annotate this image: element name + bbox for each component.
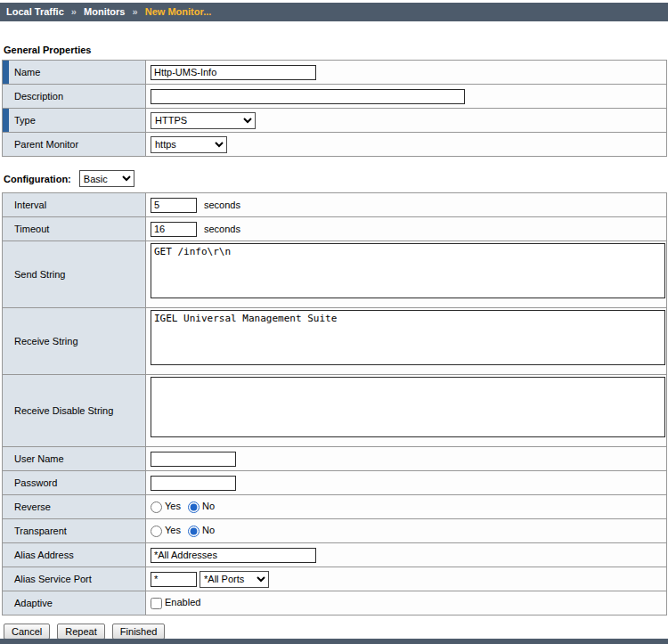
table-row: User Name (3, 447, 667, 471)
send-string-label-cell: Send String (3, 241, 146, 308)
table-row: Description (3, 85, 667, 109)
receive-string-textarea[interactable]: IGEL Universal Management Suite (151, 310, 665, 365)
send-string-label: Send String (14, 269, 65, 280)
parent-monitor-value-cell: https (146, 133, 667, 157)
timeout-unit-label: seconds (204, 224, 240, 234)
timeout-label: Timeout (14, 224, 49, 234)
alias-service-port-select[interactable]: *All Ports (200, 571, 269, 588)
adaptive-label-cell: Adaptive (3, 591, 146, 615)
breadcrumb-separator: » (133, 6, 138, 17)
breadcrumb-item-local-traffic[interactable]: Local Traffic (6, 6, 64, 17)
table-row: Alias Service Port *All Ports (3, 567, 667, 591)
main-content: General Properties Name Description Type (0, 45, 668, 640)
receive-disable-string-value-cell (146, 375, 667, 447)
table-row: Alias Address (3, 543, 667, 567)
timeout-label-cell: Timeout (3, 217, 146, 241)
transparent-label-cell: Transparent (3, 519, 146, 543)
transparent-no-label: No (202, 525, 215, 535)
cancel-button[interactable]: Cancel (4, 624, 50, 640)
alias-service-port-label-cell: Alias Service Port (3, 567, 146, 591)
finished-button[interactable]: Finished (112, 624, 166, 640)
reverse-no-label: No (202, 501, 215, 511)
table-row: Receive String IGEL Universal Management… (3, 308, 667, 375)
action-buttons: Cancel Repeat Finished (4, 624, 668, 640)
transparent-no-radio[interactable] (188, 526, 200, 537)
alias-address-value-cell (146, 543, 667, 567)
reverse-no-radio[interactable] (188, 501, 200, 513)
transparent-yes-option[interactable]: Yes (151, 525, 181, 535)
configuration-select[interactable]: Basic (79, 170, 134, 187)
adaptive-value-cell: Enabled (146, 591, 667, 615)
reverse-label: Reverse (14, 501, 51, 512)
name-label-cell: Name (3, 61, 146, 85)
send-string-value-cell: GET /info\r\n (146, 241, 667, 308)
table-row: Interval seconds (3, 193, 667, 217)
user-name-input[interactable] (151, 452, 236, 467)
breadcrumb: Local Traffic » Monitors » New Monitor..… (0, 3, 668, 21)
adaptive-label: Adaptive (14, 598, 53, 608)
reverse-yes-label: Yes (165, 501, 181, 511)
table-row: Adaptive Enabled (3, 591, 667, 615)
alias-service-port-label: Alias Service Port (14, 574, 92, 584)
parent-monitor-select[interactable]: https (151, 136, 227, 153)
alias-address-label-cell: Alias Address (3, 543, 146, 567)
alias-service-port-value-cell: *All Ports (146, 567, 667, 591)
timeout-input[interactable] (151, 222, 197, 237)
table-row: Receive Disable String (3, 375, 667, 447)
type-select[interactable]: HTTPS (151, 112, 256, 129)
configuration-label: Configuration: (4, 174, 71, 184)
timeout-value-cell: seconds (146, 217, 667, 241)
section-title-general-properties: General Properties (4, 45, 668, 55)
table-row: Name (3, 61, 667, 85)
interval-label: Interval (14, 200, 46, 210)
type-label-cell: Type (3, 109, 146, 133)
general-properties-table: Name Description Type HTTPS (2, 60, 667, 157)
repeat-button[interactable]: Repeat (57, 624, 104, 640)
alias-address-input[interactable] (151, 548, 316, 563)
type-value-cell: HTTPS (146, 109, 667, 133)
parent-monitor-label: Parent Monitor (14, 139, 78, 150)
reverse-yes-radio[interactable] (151, 501, 162, 513)
description-value-cell (146, 85, 667, 109)
alias-address-label: Alias Address (14, 550, 74, 560)
name-value-cell (146, 61, 667, 85)
adaptive-checkbox[interactable] (151, 598, 162, 609)
password-label-cell: Password (3, 471, 146, 495)
configuration-table: Interval seconds Timeout seconds Send St… (2, 192, 667, 615)
send-string-textarea[interactable]: GET /info\r\n (151, 243, 665, 298)
breadcrumb-item-monitors[interactable]: Monitors (84, 6, 125, 17)
name-label: Name (14, 67, 40, 77)
user-name-label-cell: User Name (3, 447, 146, 471)
interval-input[interactable] (151, 198, 197, 213)
password-input[interactable] (151, 476, 236, 491)
table-row: Reverse YesNo (3, 495, 667, 519)
receive-disable-string-textarea[interactable] (151, 377, 665, 437)
interval-unit-label: seconds (204, 200, 240, 210)
table-row: Send String GET /info\r\n (3, 241, 667, 308)
table-row: Timeout seconds (3, 217, 667, 241)
alias-service-port-input[interactable] (151, 572, 197, 587)
receive-string-label: Receive String (14, 336, 78, 346)
adaptive-enabled-option[interactable]: Enabled (151, 597, 200, 607)
receive-string-value-cell: IGEL Universal Management Suite (146, 308, 667, 375)
reverse-no-option[interactable]: No (188, 501, 215, 511)
transparent-value-cell: YesNo (146, 519, 667, 543)
transparent-yes-radio[interactable] (151, 526, 162, 537)
password-value-cell (146, 471, 667, 495)
transparent-yes-label: Yes (165, 525, 181, 535)
name-input[interactable] (151, 65, 316, 80)
reverse-value-cell: YesNo (146, 495, 667, 519)
breadcrumb-current: New Monitor... (145, 6, 212, 17)
reverse-label-cell: Reverse (3, 495, 146, 519)
breadcrumb-separator: » (71, 6, 77, 17)
transparent-label: Transparent (14, 526, 67, 536)
configuration-row: Configuration: Basic (4, 170, 668, 187)
table-row: Parent Monitor https (3, 133, 667, 157)
receive-disable-string-label: Receive Disable String (14, 405, 113, 416)
transparent-no-option[interactable]: No (188, 525, 215, 535)
description-input[interactable] (151, 89, 465, 104)
interval-value-cell: seconds (146, 193, 667, 217)
description-label: Description (14, 91, 63, 102)
reverse-yes-option[interactable]: Yes (151, 501, 181, 511)
table-row: Password (3, 471, 667, 495)
